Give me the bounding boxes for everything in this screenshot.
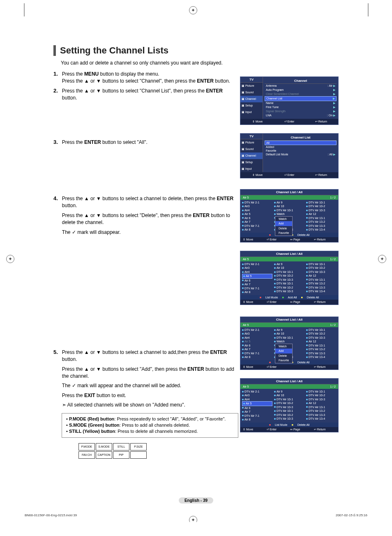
remote-button (130, 451, 147, 459)
osd-menu-row: Fine Tune ▶ (265, 105, 337, 109)
step-number: 3. (53, 139, 58, 145)
osd-title: Channel List (265, 135, 337, 141)
osd-tab: ▣ Sound (240, 146, 263, 152)
osd-menu-row: Channel List ▶ (265, 96, 337, 101)
remote-button: P.MODE (78, 443, 95, 451)
osd-foot-hint: ⏎ Enter (274, 120, 304, 123)
osd-tab: ▣ Sound (240, 89, 263, 96)
step-text: Press the ▲ or ▼ buttons to select "Chan… (62, 88, 239, 102)
osd-channel-menu: TV▣ Picture▣ Sound▣ Channel▣ Setup▣ Inpu… (240, 76, 339, 125)
remote-button: PIP (113, 451, 129, 459)
osd-tab: ▣ Setup (240, 102, 263, 109)
osd-menu-row: Clear Scrambled Channel ▶ (265, 92, 337, 96)
osd-menu-row: All (265, 141, 337, 145)
remote-button: S.MODE (96, 443, 112, 451)
step-number: 4. (53, 195, 58, 201)
osd-foot-hint: ↩ Return (307, 173, 336, 177)
intro-text: You can add or delete a channel so only … (61, 60, 367, 66)
osd-menu-row: Auto Program ▶ (265, 88, 337, 92)
tip-box: • P.MODE (Red) button: Press repeatedly … (62, 413, 238, 438)
osd-channel-grid-added: Channel List / AllAir 51 / 2DTV Air 2-1A… (240, 378, 339, 432)
print-time: 2007-02-15 ⎙ 9:25:16 (336, 513, 367, 517)
osd-menu-row: Antenna: Air ▶ (265, 84, 337, 88)
step-number: 2. (53, 88, 58, 94)
remote-button: P.SIZE (130, 443, 147, 451)
osd-tab: ▣ Picture (240, 83, 263, 89)
osd-title: Channel (265, 78, 337, 84)
osd-side-title: TV (240, 134, 263, 139)
page-number: English - 39 (179, 497, 213, 504)
print-meta: BN68-01156F-00-Eng-0215.indd 39 2007-02-… (25, 513, 367, 517)
osd-channel-grid-delete: Channel List / AllAir 51 / 2DTV Air 2-1A… (240, 189, 339, 243)
remote-button: STILL (113, 443, 129, 451)
osd-tab: ▣ Setup (240, 159, 263, 166)
osd-tab: ▣ Picture (240, 139, 263, 146)
remote-button: CAPTION (96, 451, 112, 459)
osd-foot-hint: ⏎ Enter (274, 173, 304, 177)
step-text: Press the MENU button to display the men… (62, 71, 239, 85)
page-title: Setting the Channel Lists (53, 45, 367, 56)
step-text: Press the ▲ or ▼ buttons to select a cha… (62, 195, 239, 236)
osd-menu-row: Signal Strength ▶ (265, 109, 337, 113)
osd-tab: ▣ Channel (240, 96, 263, 102)
osd-tab: ▣ Channel (240, 152, 263, 159)
step-text: Press the ENTER button to select "All". (62, 139, 239, 146)
osd-menu-row: Favorite (265, 149, 337, 152)
step-text: Press the ▲ or ▼ buttons to select a cha… (62, 349, 239, 409)
osd-side-title: TV (240, 77, 263, 83)
osd-menu-row: Added (265, 145, 337, 149)
remote-button: FAV.CH (78, 451, 95, 459)
osd-channel-grid-deleted: Channel List / AllAir 51 / 2DTV Air 2-1A… (240, 251, 339, 305)
step-number: 1. (53, 71, 58, 77)
print-file: BN68-01156F-00-Eng-0215.indd 39 (25, 513, 77, 517)
osd-menu-row: LNA: On ▶ (265, 113, 337, 118)
osd-menu-row: Name ▶ (265, 101, 337, 105)
osd-foot-hint: ↩ Return (307, 120, 336, 123)
page-footer: English - 39 (0, 497, 392, 504)
step-number: 5. (53, 349, 58, 355)
osd-menu-row: Default List Mode: All ▶ (265, 152, 337, 157)
osd-foot-hint: ⇕ Move (243, 173, 272, 177)
osd-foot-hint: ⇕ Move (243, 120, 272, 123)
osd-channel-grid-add: Channel List / AllAir 51 / 2DTV Air 2-1A… (240, 317, 339, 370)
osd-tab: ▣ Input (240, 109, 263, 116)
remote-diagram: P.MODES.MODESTILLP.SIZE FAV.CHCAPTIONPIP (78, 443, 367, 459)
osd-channel-list-menu: TV▣ Picture▣ Sound▣ Channel▣ Setup▣ Inpu… (240, 133, 339, 178)
osd-tab: ▣ Input (240, 166, 263, 172)
